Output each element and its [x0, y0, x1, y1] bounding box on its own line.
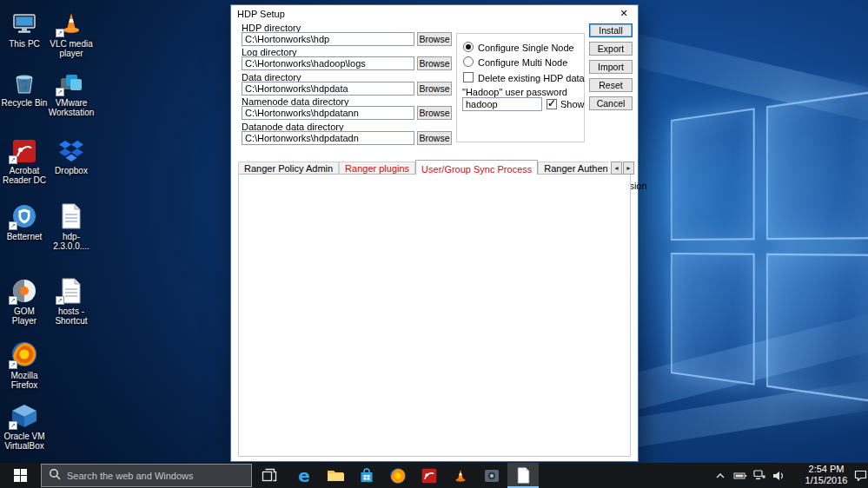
install-button[interactable]: Install [589, 23, 633, 37]
desktop-icon-label: This PC [1, 39, 48, 49]
vlc-icon: ↗ [48, 7, 95, 36]
betternet-icon: ↗ [1, 200, 48, 229]
desktop-icon-recycle-bin[interactable]: Recycle Bin [1, 66, 48, 108]
taskbar-store-button[interactable] [351, 463, 382, 488]
cancel-button[interactable]: Cancel [589, 96, 633, 110]
desktop-icon-label: Recycle Bin [1, 98, 48, 108]
log-directory-input[interactable] [242, 56, 414, 70]
export-button[interactable]: Export [589, 42, 633, 56]
reset-button[interactable]: Reset [589, 78, 633, 92]
action-center-button[interactable] [852, 463, 868, 488]
desktop-icon-hosts[interactable]: ↗ hosts - Shortcut [48, 274, 95, 326]
acrobat-icon: ↗ [1, 134, 48, 163]
network-icon [753, 470, 765, 481]
taskbar-search[interactable]: Search the web and Windows [41, 464, 252, 487]
data-directory-input[interactable] [242, 82, 414, 96]
desktop-icon-acrobat[interactable]: ↗ Acrobat Reader DC [1, 134, 48, 185]
datanode-directory-input[interactable] [242, 131, 414, 145]
virtualbox-icon: ↗ [1, 399, 48, 429]
shortcut-arrow-icon: ↗ [56, 88, 64, 96]
tab-ranger-authentication[interactable]: Ranger Authentication [538, 162, 608, 175]
dropbox-icon [48, 134, 95, 163]
desktop-icon-label: hdp-2.3.0.0.... [48, 232, 95, 251]
document-icon [517, 467, 530, 484]
acrobat-icon [421, 468, 437, 484]
desktop-icon-gom-player[interactable]: ↗ GOM Player [1, 274, 48, 326]
this-pc-icon [1, 7, 48, 36]
wallpaper-pane [671, 108, 755, 241]
desktop-icon-this-pc[interactable]: This PC [1, 7, 48, 49]
desktop-icon-label: GOM Player [1, 307, 48, 326]
taskbar-edge-button[interactable]: e [288, 463, 320, 488]
taskbar-clock[interactable]: 2:54 PM 1/15/2016 [801, 464, 851, 487]
desktop-icon-label: Betternet [1, 232, 48, 241]
browse-button[interactable]: Browse [417, 32, 452, 46]
close-icon[interactable]: ✕ [610, 5, 638, 22]
taskbar-hdp-setup-button[interactable] [507, 463, 539, 488]
desktop-icon-vlc[interactable]: ↗ VLC media player [48, 7, 95, 58]
show-hidden-icons-button[interactable] [712, 463, 728, 488]
browse-button[interactable]: Browse [417, 56, 452, 70]
tab-content-pane [238, 174, 631, 457]
taskbar-vlc-button[interactable] [445, 463, 476, 488]
shortcut-arrow-icon: ↗ [9, 421, 17, 430]
vlc-icon [453, 468, 468, 484]
show-password-label: Show [560, 99, 585, 109]
battery-icon [733, 472, 747, 480]
taskbar-firefox-button[interactable] [382, 463, 414, 488]
browse-button[interactable]: Browse [417, 131, 452, 145]
desktop-icon-label: VMware Workstation [48, 98, 95, 117]
desktop-icon-dropbox[interactable]: Dropbox [48, 134, 95, 175]
media-app-icon [484, 468, 500, 484]
document-icon: ↗ [48, 274, 95, 304]
shortcut-arrow-icon: ↗ [9, 360, 17, 369]
configure-multi-node-radio[interactable] [463, 56, 474, 67]
desktop-icon-label: Oracle VM VirtualBox [1, 432, 48, 451]
desktop-icon-label: VLC media player [48, 39, 95, 58]
tray-network[interactable] [751, 463, 768, 488]
hdp-directory-input[interactable] [242, 32, 414, 46]
hadoop-password-label: "Hadoop" user password [462, 87, 567, 97]
taskbar-gom-button[interactable] [476, 463, 507, 488]
shortcut-arrow-icon: ↗ [9, 296, 17, 305]
desktop-icon-vmware[interactable]: ↗ VMware Workstation [48, 66, 95, 117]
tab-scroll-left-icon[interactable]: ◄ [611, 162, 622, 175]
import-button[interactable]: Import [589, 60, 633, 74]
browse-button[interactable]: Browse [417, 106, 452, 120]
configure-single-node-radio[interactable] [463, 42, 474, 52]
notification-icon [854, 470, 867, 481]
chevron-up-icon [715, 472, 726, 479]
gom-player-icon: ↗ [1, 274, 48, 304]
tab-ranger-policy-admin[interactable]: Ranger Policy Admin [238, 162, 339, 175]
configure-single-node-label: Configure Single Node [478, 43, 574, 53]
wallpaper-pane [766, 254, 868, 402]
tab-scroll-right-icon[interactable]: ► [623, 162, 634, 175]
windows-start-icon [14, 469, 27, 482]
desktop-icon-betternet[interactable]: ↗ Betternet [1, 200, 48, 241]
taskbar-file-explorer-button[interactable] [320, 463, 351, 488]
tray-volume[interactable] [770, 463, 787, 488]
show-password-checkbox[interactable] [547, 99, 557, 109]
desktop-icon-hdp-file[interactable]: hdp-2.3.0.0.... [48, 200, 95, 251]
wallpaper-pane [671, 253, 755, 386]
taskbar-acrobat-button[interactable] [414, 463, 445, 488]
edge-icon: e [298, 467, 310, 485]
hadoop-password-input[interactable] [462, 97, 542, 111]
shortcut-arrow-icon: ↗ [9, 155, 17, 164]
start-button[interactable] [0, 463, 40, 488]
delete-existing-data-checkbox[interactable] [463, 72, 474, 82]
namenode-directory-input[interactable] [242, 106, 414, 120]
dialog-titlebar: HDP Setup [231, 5, 638, 22]
tab-user-group-sync-process[interactable]: User/Group Sync Process [415, 160, 538, 175]
desktop-icon-label: Mozilla Firefox [1, 371, 48, 390]
task-view-button[interactable] [254, 463, 285, 488]
tray-battery[interactable] [732, 463, 749, 488]
windows-logo [671, 91, 868, 401]
tab-ranger-plugins[interactable]: Ranger plugins [339, 162, 415, 175]
desktop-icon-virtualbox[interactable]: ↗ Oracle VM VirtualBox [1, 399, 48, 451]
desktop-icon-label: hosts - Shortcut [48, 307, 95, 326]
desktop-icon-firefox[interactable]: ↗ Mozilla Firefox [1, 339, 48, 390]
delete-existing-data-label: Delete existing HDP data [478, 73, 585, 83]
browse-button[interactable]: Browse [417, 82, 452, 96]
configure-multi-node-label: Configure Multi Node [478, 57, 567, 68]
